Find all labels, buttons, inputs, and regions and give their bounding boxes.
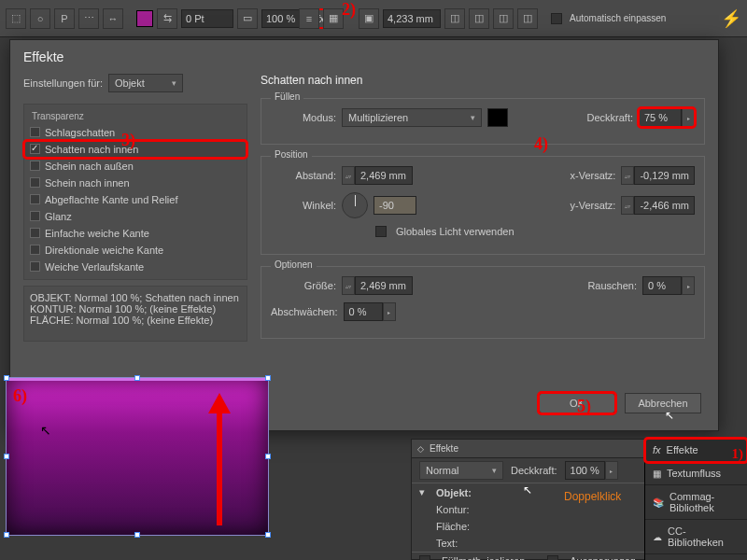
opacity-field[interactable]: 75 %▸: [639, 108, 695, 127]
effects-list: Transparenz Schlagschatten Schatten nach…: [23, 104, 247, 280]
tool-icon[interactable]: ⬚: [6, 8, 26, 29]
angle-field[interactable]: -90: [374, 196, 416, 215]
knockout-checkbox[interactable]: [547, 555, 558, 560]
autofit-label: Automatisch einpassen: [570, 13, 666, 23]
annotation-3: 3): [121, 131, 135, 150]
section-title: Schatten nach innen: [261, 74, 705, 87]
cursor-icon: ↖: [40, 423, 51, 438]
side-tab-textwrap[interactable]: ▦Textumfluss: [645, 462, 747, 485]
angle-dial[interactable]: [342, 192, 368, 218]
fit-icon[interactable]: ◫: [469, 8, 489, 29]
yoffset-label: y-Versatz:: [571, 200, 616, 211]
cancel-button[interactable]: Abbrechen: [625, 393, 701, 413]
angle-label: Winkel:: [271, 200, 336, 211]
effects-dialog: Effekte Einstellungen für: Objekt Transp…: [9, 39, 719, 431]
side-tab-cc[interactable]: ☁CC-Bibliotheken: [645, 520, 747, 554]
isolate-checkbox[interactable]: [419, 555, 430, 560]
autofit-checkbox[interactable]: [551, 13, 562, 24]
annotation-4: 4): [534, 134, 548, 154]
distance-field[interactable]: ▵▿2,469 mm: [342, 166, 413, 185]
size-label: Größe:: [271, 280, 336, 291]
tool-icon[interactable]: ⋯: [78, 8, 99, 29]
size-field[interactable]: 4,233 mm: [383, 9, 441, 28]
panel-opacity-field[interactable]: 100 %▸: [565, 461, 618, 480]
tool-icon[interactable]: ○: [30, 8, 50, 29]
effect-item[interactable]: Schein nach innen: [24, 175, 247, 191]
effect-item[interactable]: Schlagschatten: [24, 124, 247, 141]
effects-header: Transparenz: [24, 108, 247, 124]
effect-item[interactable]: Direktionale weiche Kante: [24, 242, 247, 259]
side-tab-library[interactable]: 📚Commag-Bibliothek: [645, 485, 747, 520]
choke-field[interactable]: 0 %▸: [344, 302, 396, 321]
tool-icon[interactable]: ▭: [237, 8, 258, 29]
annotation-2: 2): [342, 0, 356, 20]
noise-field[interactable]: 0 %▸: [642, 276, 695, 295]
annotation-arrow: [217, 404, 222, 525]
fill-swatch[interactable]: [136, 10, 153, 27]
align-icon[interactable]: ≡: [299, 8, 319, 29]
paragraph-tool-icon[interactable]: P: [54, 8, 75, 29]
opacity-label: Deckkraft:: [586, 112, 633, 123]
effects-summary: OBJEKT: Normal 100 %; Schatten nach inne…: [23, 286, 247, 342]
swap-icon[interactable]: ⇆: [157, 8, 177, 29]
annotation-6: 6): [13, 386, 27, 406]
panel-title: Effekte: [430, 443, 458, 454]
distance-label: Abstand:: [271, 170, 336, 181]
effect-item[interactable]: Abgeflachte Kante und Relief: [24, 191, 247, 208]
shadow-color-swatch[interactable]: [487, 108, 508, 127]
global-light-label: Globales Licht verwenden: [396, 226, 514, 237]
frame-icon[interactable]: ▣: [359, 8, 379, 29]
annotation-doubleclick: Doppelklick: [564, 490, 621, 503]
annotation-1: 1): [732, 446, 744, 462]
mode-dropdown[interactable]: Multiplizieren: [342, 108, 482, 127]
lightning-icon[interactable]: ⚡: [721, 8, 741, 29]
yoffset-field[interactable]: ▵▿-2,466 mm: [621, 196, 695, 215]
annotation-5: 5): [577, 397, 591, 416]
stroke-field[interactable]: 0 Pt: [181, 9, 233, 28]
effect-item-inner-shadow[interactable]: Schatten nach innen: [24, 141, 247, 158]
tool-icon[interactable]: ↔: [103, 8, 123, 29]
cursor-icon: ↖: [523, 483, 532, 497]
settings-dropdown[interactable]: Objekt: [108, 74, 183, 92]
fit-icon[interactable]: ◫: [493, 8, 514, 29]
mode-label: Modus:: [271, 112, 336, 123]
preview-object[interactable]: ↖: [6, 377, 269, 536]
effect-item[interactable]: Einfache weiche Kante: [24, 225, 247, 242]
xoffset-label: x-Versatz:: [571, 170, 616, 181]
wrap-icon[interactable]: ▦: [323, 8, 344, 29]
blend-dropdown[interactable]: Normal: [419, 461, 503, 480]
position-fieldset: Position Abstand: ▵▿2,469 mm x-Versatz: …: [261, 156, 705, 255]
fit-icon[interactable]: ◫: [444, 8, 465, 29]
fit-icon[interactable]: ◫: [517, 8, 538, 29]
app-toolbar: ⬚ ○ P ⋯ ↔ ⇆ 0 Pt ▭ 100 % fx. ≡ ▦ ▣ 4,233…: [0, 0, 747, 37]
effect-item[interactable]: Schein nach außen: [24, 158, 247, 175]
cursor-icon: ↖: [665, 409, 674, 422]
size-field[interactable]: ▵▿2,469 mm: [342, 276, 413, 295]
effect-item[interactable]: Weiche Verlaufskante: [24, 259, 247, 275]
effect-item[interactable]: Glanz: [24, 208, 247, 225]
dialog-title: Effekte: [10, 40, 718, 74]
global-light-checkbox[interactable]: [375, 226, 387, 237]
fill-fieldset: Füllen Modus: Multiplizieren Deckkraft: …: [261, 98, 705, 145]
choke-label: Abschwächen:: [271, 306, 338, 317]
annotation-arrow-head: [208, 393, 231, 413]
options-fieldset: Optionen Größe: ▵▿2,469 mm Rauschen: 0 %…: [261, 266, 705, 339]
xoffset-field[interactable]: ▵▿-0,129 mm: [621, 166, 695, 185]
settings-for-label: Einstellungen für:: [23, 77, 103, 89]
noise-label: Rauschen:: [587, 280, 637, 291]
